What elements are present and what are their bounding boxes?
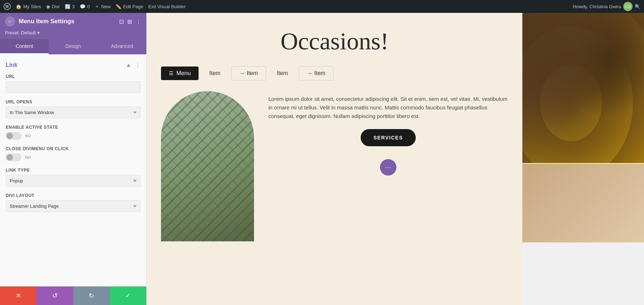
more-icon[interactable]: ⋮ <box>136 18 141 25</box>
dots-button[interactable]: ··· <box>380 159 396 176</box>
save-button[interactable]: ✓ <box>110 286 146 305</box>
main-area: ← Menu Item Settings ⊡ ⊞ ⋮ Preset: Defau… <box>0 13 644 305</box>
edit-page-item[interactable]: ✏️ Edit Page <box>116 4 143 9</box>
divi-icon: ◉ <box>46 4 50 9</box>
admin-bar: W 🏠 My Sites ◉ Divi 🔄 3 💬 0 ＋ New ✏️ Edi… <box>0 0 644 13</box>
link-section-title: Link <box>6 62 18 68</box>
nav-item-4[interactable]: → Item <box>299 66 334 80</box>
tab-design[interactable]: Design <box>49 39 97 54</box>
bubble-icon: 💬 <box>80 4 86 9</box>
link-type-group: Link Type Popup URL None <box>6 168 141 187</box>
howdy-item[interactable]: Howdy, Christina Gwira CG 🔍 <box>573 2 640 11</box>
save-icon: ✓ <box>125 292 131 300</box>
action-bar: ✕ ↺ ↻ ✓ <box>0 286 146 305</box>
panel-title: Menu Item Settings <box>19 18 116 25</box>
tab-content[interactable]: Content <box>0 39 49 54</box>
sidebar-panel: ← Menu Item Settings ⊡ ⊞ ⋮ Preset: Defau… <box>0 13 147 305</box>
nav-item-2[interactable]: → Item <box>231 66 266 80</box>
comment-icon: 🔄 <box>65 4 70 9</box>
content-area: Occasions! ☰ Menu Item → Item Item → Ite… <box>147 13 644 305</box>
close-menu-group: Close DiviMenu On Click NO <box>6 146 141 161</box>
right-content: Lorem ipsum dolor sit amet, consectetur … <box>268 91 508 176</box>
menu-hamburger-icon: ☰ <box>169 70 174 76</box>
svg-text:W: W <box>5 5 9 9</box>
panel-header-icons: ⊡ ⊞ ⋮ <box>119 18 141 25</box>
nav-item-menu[interactable]: ☰ Menu <box>161 67 199 80</box>
sites-icon: 🏠 <box>16 4 21 9</box>
right-photo-panel <box>522 13 644 305</box>
divi-label: Divi <box>52 4 60 9</box>
howdy-label: Howdy, Christina Gwira <box>573 4 621 9</box>
tab-advanced[interactable]: Advanced <box>98 39 146 54</box>
back-button[interactable]: ← <box>5 16 15 26</box>
nav-item-1[interactable]: Item <box>201 67 228 80</box>
link-section-header: Link ▲ ⋮ <box>6 62 141 68</box>
divi-layout-select[interactable]: Streamer Landing Page <box>6 200 141 212</box>
search-icon[interactable]: 🔍 <box>635 4 640 9</box>
enable-active-no-label: NO <box>25 134 31 138</box>
nav-menu-label: Menu <box>176 70 191 77</box>
my-sites-label: My Sites <box>23 4 41 9</box>
divi-item[interactable]: ◉ Divi <box>46 4 60 9</box>
exit-builder-label: Exit Visual Builder <box>148 4 186 9</box>
collapse-icon[interactable]: ▲ <box>126 62 131 68</box>
panel-header: ← Menu Item Settings ⊡ ⊞ ⋮ <box>0 13 146 30</box>
new-item[interactable]: ＋ New <box>95 3 111 10</box>
nav-menu: ☰ Menu Item → Item Item → Item <box>161 66 508 80</box>
arch-image-inner <box>161 91 254 241</box>
divi-layout-group: Divi Layout Streamer Landing Page <box>6 193 141 212</box>
url-input[interactable] <box>6 81 141 93</box>
close-menu-no-label: NO <box>25 155 31 159</box>
arch-image <box>161 91 254 241</box>
nav-item-3-label: Item <box>277 70 288 76</box>
close-menu-label: Close DiviMenu On Click <box>6 146 141 151</box>
enable-active-toggle-row: NO <box>6 132 141 140</box>
undo-button[interactable]: ↺ <box>36 286 73 305</box>
enable-active-state-group: Enable Active State NO <box>6 125 141 140</box>
divi-layout-label: Divi Layout <box>6 193 141 198</box>
enable-active-toggle[interactable] <box>6 132 21 140</box>
exit-builder-item[interactable]: Exit Visual Builder <box>148 4 186 9</box>
preset-bar[interactable]: Preset: Default ▾ <box>0 30 146 39</box>
link-type-select[interactable]: Popup URL None <box>6 175 141 187</box>
cancel-button[interactable]: ✕ <box>0 286 36 305</box>
services-button[interactable]: SERVICES <box>361 129 416 146</box>
redo-button[interactable]: ↻ <box>73 286 110 305</box>
close-menu-knob <box>6 154 13 161</box>
section-icons: ▲ ⋮ <box>126 62 141 68</box>
url-opens-select[interactable]: In The Same Window In A New Tab <box>6 107 141 118</box>
url-opens-field-group: URL Opens In The Same Window In A New Ta… <box>6 99 141 118</box>
my-sites-item[interactable]: 🏠 My Sites <box>16 4 41 9</box>
dots-icon: ··· <box>385 164 391 171</box>
close-menu-toggle[interactable] <box>6 153 21 161</box>
nav-item-3[interactable]: Item <box>269 67 296 80</box>
plus-icon: ＋ <box>95 3 99 10</box>
avatar: CG <box>623 2 633 11</box>
url-field-group: URL <box>6 74 141 93</box>
lorem-text: Lorem ipsum dolor sit amet, consectetur … <box>268 95 508 120</box>
photo-bottom <box>522 164 644 242</box>
nav-item-1-label: Item <box>209 70 220 76</box>
section-more-icon[interactable]: ⋮ <box>135 62 141 68</box>
layout-icon[interactable]: ⊞ <box>127 18 132 25</box>
enable-active-state-label: Enable Active State <box>6 125 141 130</box>
url-label: URL <box>6 74 141 79</box>
close-menu-toggle-row: NO <box>6 153 141 161</box>
panel-body: Link ▲ ⋮ URL URL Opens In The Same Windo… <box>0 54 146 286</box>
edit-icon: ✏️ <box>116 4 121 9</box>
edit-page-label: Edit Page <box>123 4 143 9</box>
new-label: New <box>101 4 111 9</box>
comment-item[interactable]: 🔄 3 <box>65 4 75 9</box>
fullscreen-icon[interactable]: ⊡ <box>119 18 124 25</box>
page-preview: Occasions! ☰ Menu Item → Item Item → Ite… <box>147 13 522 305</box>
toggle-knob <box>6 133 13 139</box>
link-type-label: Link Type <box>6 168 141 173</box>
comment-count: 3 <box>72 4 75 9</box>
tab-bar: Content Design Advanced <box>0 39 146 54</box>
preset-label: Preset: Default <box>5 30 36 35</box>
cancel-icon: ✕ <box>16 292 21 300</box>
undo-icon: ↺ <box>52 292 58 300</box>
wp-logo-item[interactable]: W <box>4 3 11 10</box>
bubble-item[interactable]: 💬 0 <box>80 4 90 9</box>
redo-icon: ↻ <box>89 292 94 300</box>
